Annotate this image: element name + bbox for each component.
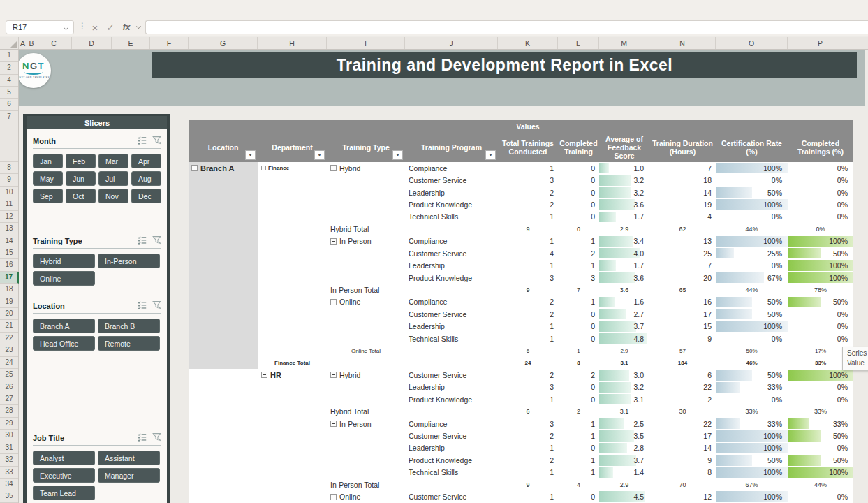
cell-value[interactable]: 2 <box>498 198 558 210</box>
cell-value[interactable]: 1 <box>558 467 599 479</box>
cell-value[interactable]: 0 <box>558 320 599 332</box>
column-header-J[interactable]: J <box>405 37 498 49</box>
cell-value[interactable]: 14 <box>649 187 716 198</box>
cell-value[interactable]: 3 <box>498 418 558 430</box>
cell-value[interactable]: 4.5 <box>599 490 649 502</box>
cell-value[interactable]: 0% <box>788 223 853 235</box>
cell-value[interactable]: 3.7 <box>599 320 649 332</box>
cell-i[interactable] <box>327 320 405 332</box>
column-header-H[interactable]: H <box>258 37 327 49</box>
cell-value[interactable]: 1 <box>498 393 558 405</box>
cell-value[interactable]: 100% <box>788 272 853 284</box>
cell-i[interactable] <box>327 272 405 284</box>
cell-value[interactable]: 0% <box>716 259 788 271</box>
row-header-15[interactable]: 15 <box>0 247 18 259</box>
clear-filter-icon[interactable] <box>152 135 161 147</box>
cell-value[interactable]: 0% <box>788 198 853 210</box>
cell-value[interactable]: 0% <box>716 333 788 344</box>
location-filter-dropdown[interactable] <box>245 150 256 160</box>
cell-value[interactable]: 9 <box>498 223 558 235</box>
cell-value[interactable]: 1.7 <box>599 259 649 271</box>
cell-value[interactable]: 0% <box>788 333 853 344</box>
cell-h[interactable] <box>258 187 327 198</box>
cell-value[interactable]: 50% <box>788 296 853 308</box>
slicer-button-team-lead[interactable]: Team Lead <box>33 486 95 500</box>
column-header-I[interactable]: I <box>327 37 405 49</box>
cell-value[interactable]: 0% <box>788 381 853 393</box>
cell-value[interactable]: 100% <box>788 235 853 247</box>
cell-i[interactable] <box>327 247 405 259</box>
cell-value[interactable]: 9 <box>498 479 558 490</box>
slicer-button-jul[interactable]: Jul <box>98 171 128 186</box>
cell-value[interactable]: 4 <box>498 247 558 259</box>
cell-g[interactable] <box>189 490 258 502</box>
cell-value[interactable]: 1 <box>558 454 599 466</box>
cell-h[interactable] <box>258 479 327 490</box>
slicer-button-executive[interactable]: Executive <box>33 468 95 483</box>
cell-h[interactable] <box>258 259 327 271</box>
cell-g[interactable] <box>189 247 258 259</box>
cell-value[interactable]: 50% <box>788 247 853 259</box>
cell-value[interactable]: 4.0 <box>599 247 649 259</box>
column-header-N[interactable]: N <box>649 37 716 49</box>
cell-j[interactable]: Customer Service <box>405 174 498 186</box>
cell-j[interactable] <box>405 223 498 235</box>
row-header-13[interactable]: 13 <box>0 223 18 235</box>
cell-h[interactable] <box>258 296 327 308</box>
slicer-button-head-office[interactable]: Head Office <box>33 336 95 351</box>
cell-g[interactable] <box>189 320 258 332</box>
cell-value[interactable]: 100% <box>716 430 788 442</box>
field-header-location[interactable]: Location <box>189 133 258 162</box>
slicer-button-branch-b[interactable]: Branch B <box>98 319 160 333</box>
multi-select-icon[interactable] <box>138 235 147 247</box>
cell-value[interactable]: 2 <box>558 247 599 259</box>
cell-value[interactable]: 1 <box>558 344 599 356</box>
cell-value[interactable]: 7 <box>649 162 716 174</box>
cell-value[interactable]: 44% <box>788 479 853 490</box>
cell-value[interactable]: 3.6 <box>599 198 649 210</box>
cell-value[interactable]: 3.7 <box>599 454 649 466</box>
cell-j[interactable]: Product Knowledge <box>405 198 498 210</box>
cell-g[interactable] <box>189 235 258 247</box>
cell-value[interactable]: 100% <box>788 467 853 479</box>
row-header-11[interactable]: 11 <box>0 198 18 210</box>
cell-value[interactable]: 2.9 <box>599 479 649 490</box>
cell-value[interactable]: 2 <box>498 308 558 320</box>
cell-value[interactable]: 67% <box>716 272 788 284</box>
cell-h[interactable] <box>258 223 327 235</box>
cell-value[interactable]: 16 <box>649 296 716 308</box>
cell-value[interactable]: 3 <box>558 272 599 284</box>
cell-g[interactable] <box>189 454 258 466</box>
cell-h[interactable] <box>258 272 327 284</box>
cell-i[interactable] <box>327 259 405 271</box>
collapse-icon[interactable] <box>261 372 267 378</box>
select-all-corner[interactable] <box>0 37 19 49</box>
cell-value[interactable]: 0 <box>558 442 599 454</box>
cell-g[interactable] <box>189 369 258 381</box>
cell-h[interactable] <box>258 344 327 356</box>
cell-value[interactable]: 2.5 <box>599 418 649 430</box>
cell-g[interactable] <box>189 430 258 442</box>
cell-value[interactable]: 100% <box>716 320 788 332</box>
slicer-button-mar[interactable]: Mar <box>98 154 128 168</box>
cell-value[interactable]: 18 <box>649 174 716 186</box>
cell-value[interactable]: 0% <box>788 162 853 174</box>
cell-value[interactable]: 1 <box>498 235 558 247</box>
cell-value[interactable]: 2 <box>558 405 599 417</box>
cell-value[interactable]: 0 <box>558 333 599 344</box>
cell-h[interactable] <box>258 430 327 442</box>
cell-value[interactable]: 0 <box>558 490 599 502</box>
cell-value[interactable]: 50% <box>716 344 788 356</box>
cell-h[interactable] <box>258 490 327 502</box>
cell-value[interactable]: 25 <box>649 247 716 259</box>
cell-g[interactable] <box>189 479 258 490</box>
cell-value[interactable]: 3.6 <box>599 272 649 284</box>
cell-h[interactable] <box>258 467 327 479</box>
column-header-O[interactable]: O <box>716 37 788 49</box>
cell-h[interactable] <box>258 247 327 259</box>
cell-value[interactable]: 2.7 <box>599 308 649 320</box>
row-header-1[interactable]: 1 <box>0 50 18 62</box>
cell-value[interactable]: 1.4 <box>599 467 649 479</box>
cell-value[interactable]: 2 <box>498 296 558 308</box>
department-filter-dropdown[interactable] <box>314 150 325 160</box>
